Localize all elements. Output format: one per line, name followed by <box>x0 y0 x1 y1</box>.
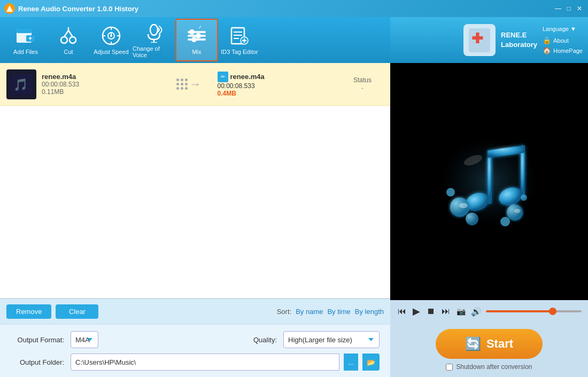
format-row: Output Format: M4A MP3 WAV FLAC AAC OGG … <box>11 331 380 348</box>
tool-adjust-speed[interactable]: Adjust Speed <box>90 19 133 61</box>
mix-icon: ♪ <box>186 25 207 46</box>
cut-icon <box>58 25 79 46</box>
preview-area <box>390 63 588 300</box>
left-panel: 🎵 renee.m4a 00:00:08.533 0.11MB <box>0 63 390 377</box>
volume-icon: 🔊 <box>471 307 482 317</box>
sort-by-length[interactable]: By length <box>355 308 384 316</box>
brand-area: ✚ RENE.E Laboratory Language ▼ 🔒 About 🏠… <box>390 17 588 63</box>
output-duration: 00:00:08.533 <box>218 82 336 90</box>
tool-cut[interactable]: Cut <box>47 19 90 61</box>
shutdown-row: Shutdown after conversion <box>446 363 532 371</box>
change-of-voice-label: Change of Voice <box>133 45 175 58</box>
sort-by-name[interactable]: By name <box>296 308 323 316</box>
adjust-speed-label: Adjust Speed <box>94 49 128 55</box>
clear-button[interactable]: Clear <box>56 304 98 319</box>
svg-point-50 <box>500 217 510 226</box>
input-duration: 00:00:08.533 <box>42 81 160 88</box>
svg-point-46 <box>466 213 478 225</box>
titlebar: Renee Audio Converter 1.0.0 History — □ … <box>0 0 588 17</box>
shutdown-label: Shutdown after conversion <box>456 363 532 371</box>
about-link[interactable]: 🔒 About <box>543 36 583 44</box>
format-select-wrap: M4A MP3 WAV FLAC AAC OGG <box>71 331 236 348</box>
main-area: 🎵 renee.m4a 00:00:08.533 0.11MB <box>0 63 588 377</box>
cut-label: Cut <box>64 49 73 55</box>
lock-icon: 🔒 <box>543 36 551 44</box>
quality-select-wrap: High(Larger file size) Medium Low <box>283 331 380 348</box>
refresh-icon: 🔄 <box>465 336 481 351</box>
add-files-label: Add Files <box>13 49 38 55</box>
window-controls: — □ ✕ <box>554 4 584 13</box>
output-file-info: ✏ renee.m4a 00:00:08.533 0.4MB <box>218 72 336 97</box>
right-panel: ⏮ ▶ ⏹ ⏭ 📷 🔊 🔄 Start Shutdown after conve… <box>390 63 588 377</box>
folder-path-input[interactable] <box>71 354 339 371</box>
language-dropdown[interactable]: Language ▼ <box>543 26 576 32</box>
folder-row: Output Folder: ... 📂 <box>11 354 380 371</box>
play-button[interactable]: ▶ <box>412 304 421 318</box>
svg-text:+: + <box>28 35 32 42</box>
format-label: Output Format: <box>11 336 64 344</box>
id3-tag-editor-label: ID3 Tag Editor <box>221 49 258 55</box>
svg-rect-2 <box>17 29 32 33</box>
open-folder-button[interactable]: 📂 <box>362 354 380 371</box>
id3-tag-editor-icon <box>229 25 250 46</box>
input-file-info: renee.m4a 00:00:08.533 0.11MB <box>42 73 160 96</box>
tool-mix[interactable]: ♪ Mix <box>175 19 218 61</box>
folder-label: Output Folder: <box>11 358 64 366</box>
status-section: Status - <box>341 76 384 92</box>
start-button[interactable]: 🔄 Start <box>436 329 543 359</box>
brand-name: RENE.E Laboratory <box>501 30 537 50</box>
svg-point-6 <box>69 37 76 43</box>
volume-thumb[interactable] <box>549 308 556 315</box>
svg-point-18 <box>150 25 158 35</box>
skip-back-button[interactable]: ⏮ <box>397 305 407 317</box>
mix-label: Mix <box>192 49 201 55</box>
quality-section: Quality: High(Larger file size) Medium L… <box>253 331 380 348</box>
svg-point-49 <box>521 194 527 201</box>
svg-point-5 <box>61 37 67 43</box>
app-title: Renee Audio Converter 1.0.0 History <box>18 5 138 13</box>
output-settings: Output Format: M4A MP3 WAV FLAC AAC OGG … <box>0 324 390 377</box>
stop-button[interactable]: ⏹ <box>425 305 436 317</box>
player-controls: ⏮ ▶ ⏹ ⏭ 📷 🔊 <box>390 300 588 323</box>
app-logo <box>4 3 15 14</box>
remove-button[interactable]: Remove <box>6 304 51 319</box>
svg-line-8 <box>68 30 73 37</box>
brand-logo: ✚ <box>463 24 496 56</box>
arrow-right-icon: → <box>190 77 202 91</box>
start-label: Start <box>486 337 513 351</box>
skip-forward-button[interactable]: ⏭ <box>440 305 451 317</box>
status-value: - <box>341 84 384 92</box>
add-files-icon: + <box>15 25 36 46</box>
browse-button[interactable]: ... <box>344 354 358 371</box>
bottom-controls: Remove Clear Sort: By name By time By le… <box>0 299 390 324</box>
conversion-arrow: → <box>166 77 212 91</box>
close-button[interactable]: ✕ <box>575 4 584 13</box>
screenshot-button[interactable]: 📷 <box>455 306 467 317</box>
quality-select[interactable]: High(Larger file size) Medium Low <box>283 331 380 348</box>
svg-point-48 <box>446 188 455 197</box>
status-label: Status <box>341 76 384 84</box>
svg-rect-42 <box>488 151 492 204</box>
adjust-speed-icon <box>100 25 122 46</box>
start-section: 🔄 Start Shutdown after conversion <box>390 323 588 377</box>
svg-text:✚: ✚ <box>471 30 483 46</box>
maximize-button[interactable]: □ <box>564 4 573 13</box>
format-select[interactable]: M4A MP3 WAV FLAC AAC OGG <box>71 331 98 348</box>
homepage-link[interactable]: 🏠 HomePage <box>543 46 583 54</box>
sort-section: Sort: By name By time By length <box>277 308 384 316</box>
volume-slider[interactable] <box>486 310 582 312</box>
music-note-visual <box>430 128 548 235</box>
minimize-button[interactable]: — <box>554 4 562 13</box>
svg-point-53 <box>514 209 521 213</box>
folder-input-group: ... 📂 <box>71 354 380 371</box>
svg-marker-0 <box>6 5 13 12</box>
edit-icon[interactable]: ✏ <box>218 72 228 82</box>
tool-change-of-voice[interactable]: Change of Voice <box>133 19 175 61</box>
tool-add-files[interactable]: + Add Files <box>4 19 47 61</box>
file-thumbnail: 🎵 <box>6 69 36 99</box>
tool-id3-tag-editor[interactable]: ID3 Tag Editor <box>218 19 261 61</box>
svg-line-7 <box>64 30 68 37</box>
shutdown-checkbox[interactable] <box>446 364 453 371</box>
svg-point-47 <box>507 205 523 221</box>
sort-by-time[interactable]: By time <box>327 308 350 316</box>
